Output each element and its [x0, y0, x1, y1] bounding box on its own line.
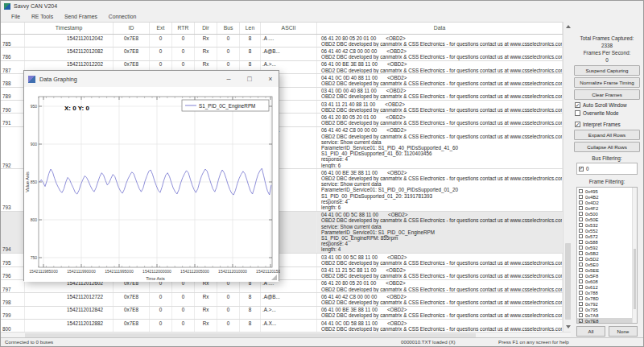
frame-filter-item[interactable]: 0x792 [577, 301, 632, 307]
menu-file[interactable]: File [6, 13, 26, 20]
dialog-resize-grip[interactable] [271, 275, 277, 280]
frame-id-checkbox[interactable] [579, 319, 583, 323]
overwrite-mode-checkbox-row[interactable]: Overwrite Mode [571, 110, 643, 116]
filter-list-scrollbar[interactable] [632, 188, 637, 323]
header-ascii[interactable]: ASCII [261, 23, 317, 34]
frame-id-checkbox[interactable] [579, 262, 583, 266]
frame-id-checkbox[interactable] [579, 212, 583, 216]
frame-filter-item[interactable]: 0x7E8 [577, 318, 632, 324]
overwrite-mode-checkbox[interactable] [575, 110, 580, 116]
frame-id-checkbox[interactable] [579, 234, 583, 238]
frame-id-checkbox[interactable] [579, 229, 583, 233]
frame-filter-item[interactable]: 0x5B2 [577, 250, 632, 256]
frame-id-checkbox[interactable] [579, 223, 583, 227]
minimize-icon[interactable]: – [224, 75, 233, 83]
frame-filter-item[interactable]: 0x572 [577, 233, 632, 239]
row-number: 787 [1, 61, 25, 73]
clear-frames-button[interactable]: Clear Frames [574, 89, 640, 100]
frame-filter-item[interactable]: 0x795 [577, 307, 632, 312]
frame-filter-item[interactable]: 0x4B2 [577, 194, 632, 200]
frame-filter-item[interactable]: 0x495 [577, 188, 632, 194]
interpret-frames-checkbox-row[interactable]: Interpret Frames [571, 122, 643, 127]
frame-filter-item[interactable]: 0x5F8 [577, 273, 632, 279]
frame-filter-item[interactable]: 0x4F2 [577, 205, 632, 211]
filter-none-button[interactable]: None [609, 326, 638, 337]
frame-id-checkbox[interactable] [579, 291, 583, 295]
interpret-frames-checkbox[interactable] [575, 122, 580, 127]
table-row[interactable]: 78515421120120420x7E800Rx08.A ....06 41 … [1, 35, 563, 48]
header-id[interactable]: ID [114, 23, 150, 34]
dialog-title-bar[interactable]: Data Graphing – □ × [24, 71, 279, 87]
frame-filter-item[interactable]: 0x788 [577, 290, 632, 295]
header-len[interactable]: Len [240, 23, 261, 34]
bus-filter-box[interactable]: 0 [576, 163, 638, 175]
frame-id-checkbox[interactable] [579, 268, 583, 272]
frame-filter-item[interactable]: 0x608 [577, 279, 632, 284]
frame-filter-item[interactable]: 0x5D2 [577, 256, 632, 262]
table-row[interactable]: 78615421120120820x7E800Rx08.A@B...06 41 … [1, 48, 563, 60]
table-row[interactable]: 79815421120127220x7E800Rx08.A@B...06 41 … [1, 293, 563, 306]
frame-filter-item[interactable]: 0x50E [577, 217, 632, 222]
frame-id-checkbox[interactable] [579, 285, 583, 289]
frame-id-checkbox[interactable] [579, 246, 583, 250]
auto-scroll-checkbox[interactable] [575, 102, 580, 108]
cell-len: 8 [240, 320, 261, 332]
rpm-chart[interactable]: 1542111985000154211199000015421119950001… [24, 87, 280, 282]
menu-connection[interactable]: Connection [103, 13, 142, 20]
frame-filter-item[interactable]: 0x552 [577, 228, 632, 233]
normalize-frame-timing-button[interactable]: Normalize Frame Timing [574, 77, 640, 88]
frame-filter-item[interactable]: 0x78D [577, 295, 632, 301]
bus-0-checkbox[interactable] [579, 167, 584, 171]
frame-id-checkbox[interactable] [579, 296, 583, 300]
frame-id-checkbox[interactable] [579, 274, 583, 278]
table-row[interactable]: 80015421120128820x7E800Rx08.A.X...04 41 … [1, 320, 563, 332]
maximize-icon[interactable]: □ [245, 75, 254, 83]
frame-filter-item[interactable]: 0x4D2 [577, 200, 632, 205]
frame-filter-item[interactable]: 0x532 [577, 222, 632, 228]
table-row[interactable]: 79915421120128420x7E800Rx08.A.>...06 41 … [1, 307, 563, 320]
collapse-all-rows-button[interactable]: Collapse All Rows [574, 142, 640, 152]
header-data[interactable]: Data [317, 23, 563, 34]
frame-id-checkbox[interactable] [579, 257, 583, 261]
frame-id-checkbox[interactable] [579, 308, 583, 312]
cell-rtr: 0 [172, 320, 195, 332]
frame-id-checkbox[interactable] [579, 206, 583, 210]
header-timestamp[interactable]: Timestamp [25, 23, 114, 34]
obd2-note: OBD2 DBC developed by canmatrix & CSS El… [321, 287, 560, 292]
expand-all-rows-button[interactable]: Expand All Rows [574, 130, 640, 140]
frame-id-checkbox[interactable] [579, 240, 583, 244]
frame-id-checkbox[interactable] [579, 251, 583, 255]
frame-id-checkbox[interactable] [579, 200, 583, 204]
obd2-tag: <OBD2> [387, 254, 407, 260]
frame-filter-item[interactable]: 0x592 [577, 245, 632, 250]
frame-filter-item[interactable]: 0x7A8 [577, 312, 632, 318]
filter-all-button[interactable]: All [576, 326, 605, 337]
header-rtr[interactable]: RTR [172, 23, 195, 34]
frame-id-checkbox[interactable] [579, 195, 583, 199]
menu-re-tools[interactable]: RE Tools [26, 13, 59, 20]
frame-id-checkbox[interactable] [579, 279, 583, 283]
frame-filter-item[interactable]: 0x612 [577, 284, 632, 290]
frame-filter-item[interactable]: 0x5E0 [577, 262, 632, 267]
frame-filter-item[interactable]: 0x500 [577, 211, 632, 217]
frame-id-checkbox[interactable] [579, 313, 583, 317]
header-ext[interactable]: Ext [150, 23, 172, 34]
frame-id-checkbox[interactable] [579, 189, 583, 193]
data-bytes-line: 06 41 40 42 C8 00 00 00<OBD2> [321, 294, 560, 299]
close-icon[interactable]: × [266, 75, 275, 83]
frame-id-checkbox[interactable] [579, 302, 583, 306]
suspend-capturing-button[interactable]: Suspend Capturing [574, 65, 640, 76]
header-bus[interactable]: Bus [217, 23, 240, 34]
data-bytes-line: 04 41 0C 0D 40 88 11 00<OBD2> [321, 75, 560, 81]
auto-scroll-checkbox-row[interactable]: Auto Scroll Window [571, 102, 643, 108]
table-row[interactable]: 79715421120126020x7E800Rx08.A ....06 41 … [1, 280, 563, 293]
obd2-note: OBD2 DBC developed by canmatrix & CSS El… [321, 260, 560, 266]
frame-filter-item[interactable]: 0x5EE [577, 267, 632, 273]
decoded-signal-line: response: 4 [321, 241, 560, 246]
frame-filter-list[interactable]: 0x4950x4B20x4D20x4F20x5000x50E0x5320x552… [576, 187, 638, 324]
frame-filter-item[interactable]: 0x588 [577, 239, 632, 245]
filter-list-scroll-thumb[interactable] [634, 249, 636, 310]
menu-send-frames[interactable]: Send Frames [59, 13, 103, 20]
header-dir[interactable]: Dir [195, 23, 217, 34]
frame-id-checkbox[interactable] [579, 217, 583, 221]
